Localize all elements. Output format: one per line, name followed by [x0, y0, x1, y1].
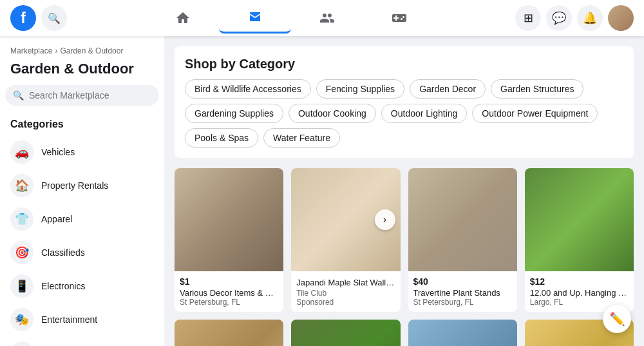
shop-by-category-title: Shop by Category [185, 57, 623, 72]
product-name: 12.00 and Up. Hanging Plants. Many Varie… [530, 288, 629, 298]
product-image [175, 320, 283, 346]
product-image [291, 320, 400, 346]
entertainment-label: Entertainment [41, 314, 97, 325]
category-tag[interactable]: Bird & Wildlife Accessories [185, 79, 311, 99]
sidebar-item-family[interactable]: ❤️ Family [5, 336, 159, 346]
sidebar-item-entertainment[interactable]: 🎭 Entertainment [5, 303, 159, 336]
messenger-button[interactable]: 💬 [546, 5, 572, 31]
product-card[interactable]: Garden Fence [291, 320, 400, 346]
sidebar: Marketplace › Garden & Outdoor Garden & … [0, 36, 164, 346]
entertainment-icon: 🎭 [10, 308, 33, 331]
top-navigation: f 🔍 ⊞ 💬 🔔 [0, 0, 644, 36]
notifications-button[interactable]: 🔔 [577, 5, 603, 31]
product-price: $40 [413, 276, 512, 287]
main-layout: Marketplace › Garden & Outdoor Garden & … [0, 36, 644, 346]
product-info: Japandi Maple Slat Wall TileTile ClubSpo… [291, 271, 400, 312]
breadcrumb-parent[interactable]: Marketplace [10, 46, 52, 55]
product-image [408, 320, 517, 346]
search-icon: 🔍 [13, 90, 24, 101]
product-card[interactable]: $40Travertine Plant StandsSt Petersburg,… [408, 168, 517, 312]
category-tag[interactable]: Outdoor Lighting [381, 104, 468, 123]
product-sub: Tile Club [296, 289, 395, 298]
sidebar-item-vehicles[interactable]: 🚗 Vehicles [5, 135, 159, 169]
electronics-label: Electronics [41, 281, 85, 291]
product-image [525, 168, 634, 271]
category-tag[interactable]: Garden Decor [410, 79, 486, 99]
category-tag[interactable]: Fencing Supplies [316, 79, 404, 99]
product-name: Various Decor Items & Furniture [180, 288, 278, 298]
nav-gaming-button[interactable] [363, 3, 435, 34]
electronics-icon: 📱 [10, 274, 33, 298]
product-card[interactable]: Wooden Outdoor Furniture [175, 320, 283, 346]
sidebar-item-apparel[interactable]: 👕 Apparel [5, 202, 159, 236]
product-name: Japandi Maple Slat Wall Tile [296, 278, 395, 287]
category-tags: Bird & Wildlife AccessoriesFencing Suppl… [185, 79, 623, 148]
nav-home-button[interactable] [147, 3, 219, 34]
product-location: Sponsored [296, 298, 395, 307]
category-tag[interactable]: Water Feature [263, 128, 340, 148]
product-price: $1 [180, 276, 278, 287]
product-info: $40Travertine Plant StandsSt Petersburg,… [408, 271, 517, 312]
category-tag[interactable]: Outdoor Power Equipment [472, 104, 598, 123]
sidebar-item-electronics[interactable]: 📱 Electronics [5, 269, 159, 303]
category-tag[interactable]: Pools & Spas [185, 128, 258, 148]
property-rentals-icon: 🏠 [10, 174, 33, 197]
product-price: $12 [530, 276, 629, 287]
facebook-logo[interactable]: f [10, 5, 36, 31]
nav-center [67, 3, 515, 34]
categories-list: 🚗 Vehicles 🏠 Property Rentals 👕 Apparel … [5, 135, 159, 346]
shop-by-category-card: Shop by Category Bird & Wildlife Accesso… [175, 46, 634, 158]
product-name: Travertine Plant Stands [413, 288, 512, 298]
search-input[interactable] [29, 90, 151, 101]
product-card[interactable]: Pergola Structure [408, 320, 517, 346]
sidebar-item-property-rentals[interactable]: 🏠 Property Rentals [5, 169, 159, 202]
product-image [175, 168, 283, 271]
nav-marketplace-button[interactable] [219, 3, 291, 34]
breadcrumb: Marketplace › Garden & Outdoor [5, 44, 159, 58]
product-location: St Petersburg, FL [413, 298, 512, 307]
product-info: $1Various Decor Items & FurnitureSt Pete… [175, 271, 283, 312]
nav-right: ⊞ 💬 🔔 [515, 5, 634, 31]
grid-menu-button[interactable]: ⊞ [515, 5, 541, 31]
category-tag[interactable]: Gardening Supplies [185, 104, 283, 123]
product-card[interactable]: $1Various Decor Items & FurnitureSt Pete… [175, 168, 283, 312]
category-tag[interactable]: Garden Structures [491, 79, 583, 99]
categories-title: Categories [5, 116, 159, 135]
product-grid: $1Various Decor Items & FurnitureSt Pete… [175, 168, 634, 346]
page-title: Garden & Outdoor [5, 58, 159, 85]
classifieds-icon: 🎯 [10, 241, 33, 264]
product-location: St Petersburg, FL [180, 298, 278, 307]
category-tag[interactable]: Outdoor Cooking [289, 104, 376, 123]
sidebar-item-classifieds[interactable]: 🎯 Classifieds [5, 236, 159, 269]
vehicles-icon: 🚗 [10, 140, 33, 164]
apparel-label: Apparel [41, 214, 72, 224]
search-box[interactable]: 🔍 [5, 85, 159, 106]
carousel-next-arrow[interactable]: › [375, 209, 395, 230]
property-rentals-label: Property Rentals [41, 180, 108, 191]
search-button[interactable]: 🔍 [41, 5, 67, 31]
nav-groups-button[interactable] [291, 3, 363, 34]
product-image [408, 168, 517, 271]
family-icon: ❤️ [10, 341, 33, 346]
product-card[interactable]: ›Japandi Maple Slat Wall TileTile ClubSp… [291, 168, 400, 312]
breadcrumb-child: Garden & Outdoor [60, 46, 123, 55]
apparel-icon: 👕 [10, 207, 33, 231]
main-content: Shop by Category Bird & Wildlife Accesso… [164, 36, 644, 346]
product-image: › [291, 168, 400, 271]
vehicles-label: Vehicles [41, 147, 75, 157]
classifieds-label: Classifieds [41, 247, 85, 258]
avatar[interactable] [608, 5, 634, 31]
breadcrumb-separator: › [55, 46, 57, 55]
edit-fab[interactable]: ✏️ [603, 305, 631, 333]
nav-left: f 🔍 [10, 5, 67, 31]
product-card[interactable]: $1212.00 and Up. Hanging Plants. Many Va… [525, 168, 634, 312]
